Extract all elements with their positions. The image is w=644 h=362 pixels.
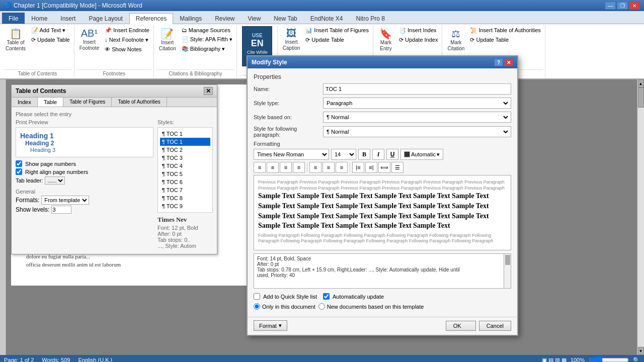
toc-style-toc4[interactable]: ¶ TOC 4 — [160, 162, 210, 170]
add-quick-style-checkbox[interactable] — [254, 293, 260, 300]
update-table-captions-button[interactable]: ⟳ Update Table — [303, 36, 371, 44]
update-index-button[interactable]: ⟳ Update Index — [397, 36, 440, 44]
toc-style-toc7[interactable]: ¶ TOC 7 — [160, 186, 210, 194]
tab-new-tab[interactable]: New Tab — [267, 13, 303, 24]
toc-tab-authorities[interactable]: Table of Authorities — [112, 98, 167, 107]
status-bar-right: ▣ ▤ ▥ ▦ 100% 🔍 — [542, 356, 640, 362]
font-name-select[interactable]: Times New Roman — [254, 149, 329, 160]
scroll-up-button[interactable]: ▲ — [638, 79, 644, 87]
tab-mailings[interactable]: Mailings — [173, 13, 208, 24]
style-info-scroll-thumb[interactable] — [505, 255, 510, 265]
align-justify-button[interactable]: ≡ — [293, 162, 305, 173]
style-following-dropdown[interactable]: ¶ Normal — [325, 128, 510, 135]
preview-heading1: Heading 1 — [20, 132, 149, 140]
ok-button[interactable]: OK — [446, 321, 476, 331]
scroll-down-button[interactable]: ▼ — [638, 347, 644, 355]
dialog-close-button[interactable]: ✕ — [504, 58, 513, 66]
vertical-scrollbar[interactable]: ▲ ▼ — [637, 79, 644, 355]
style-selector[interactable]: 📄 Style: APA Fifth ▾ — [180, 35, 234, 44]
cancel-button[interactable]: Cancel — [479, 321, 511, 331]
tab-view[interactable]: View — [242, 13, 268, 24]
bold-button[interactable]: B — [358, 149, 370, 160]
toc-style-toc2[interactable]: ¶ TOC 2 — [160, 146, 210, 154]
toc-tab-figures[interactable]: Table of Figures — [63, 98, 112, 107]
mark-entry-button[interactable]: 🔖 MarkEntry — [376, 26, 396, 53]
underline-button[interactable]: U — [386, 149, 398, 160]
toc-tab-table[interactable]: Table — [38, 98, 63, 107]
formats-select[interactable]: From template — [41, 196, 89, 205]
only-this-doc-radio[interactable] — [254, 303, 260, 310]
decrease-indent-button[interactable]: |≡ — [352, 162, 364, 173]
list-button[interactable]: ☰ — [391, 162, 404, 173]
auto-update-checkbox[interactable] — [323, 293, 330, 300]
close-window-button[interactable]: ✕ — [629, 2, 640, 10]
toc-style-toc3[interactable]: ¶ TOC 3 — [160, 154, 210, 162]
insert-table-figures-button[interactable]: 📊 Insert Table of Figures — [303, 26, 371, 35]
line-spacing-3-button[interactable]: ≡ — [336, 162, 348, 173]
toc-style-toc8[interactable]: ¶ TOC 8 — [160, 194, 210, 202]
minimize-button[interactable]: — — [605, 2, 616, 10]
align-right-button[interactable]: ≡ — [280, 162, 292, 173]
align-center-button[interactable]: ≡ — [267, 162, 279, 173]
insert-index-button[interactable]: 📑 Insert Index — [397, 26, 440, 35]
dialog-help-button[interactable]: ? — [494, 58, 503, 66]
toc-style-toc1-selected[interactable]: ¶ TOC 1 — [160, 138, 210, 146]
style-based-on-select[interactable]: ¶ Normal — [323, 112, 511, 123]
zoom-in-icon[interactable]: 🔍 — [633, 357, 640, 363]
style-based-on-dropdown[interactable]: ¶ Normal — [325, 114, 510, 121]
style-type-select[interactable]: Paragraph — [323, 98, 511, 109]
tab-file[interactable]: File — [2, 13, 25, 24]
line-spacing-1-button[interactable]: ≡ — [309, 162, 321, 173]
next-footnote-button[interactable]: ↓ Next Footnote ▾ — [103, 36, 151, 44]
toc-panel-close-button[interactable]: ✕ — [204, 87, 213, 95]
footnote-sub-buttons: 📌 Insert Endnote ↓ Next Footnote ▾ 👁 Sho… — [103, 26, 151, 53]
tab-insert[interactable]: Insert — [54, 13, 82, 24]
toc-style-toc1-unselected[interactable]: ¶ TOC 1 — [160, 130, 210, 138]
new-docs-radio[interactable] — [318, 303, 325, 310]
color-picker-button[interactable]: Automatic ▾ — [400, 149, 443, 160]
bibliography-button[interactable]: 📚 Bibliography ▾ — [180, 45, 234, 53]
zoom-slider[interactable] — [589, 356, 629, 362]
tab-leader-select[interactable]: ...... — [45, 176, 65, 185]
style-type-dropdown[interactable]: Paragraph — [325, 100, 510, 107]
title-bar-left: 🔵 Chapter 1 [Compatibility Mode] - Micro… — [4, 2, 142, 9]
style-info-scrollbar[interactable] — [504, 254, 511, 288]
show-notes-button[interactable]: 👁 Show Notes — [103, 45, 151, 53]
style-following-select[interactable]: ¶ Normal — [323, 126, 511, 137]
show-page-numbers-checkbox[interactable] — [16, 160, 22, 167]
toc-style-toc9[interactable]: ¶ TOC 9 — [160, 202, 210, 210]
font-size-select[interactable]: 14 — [331, 149, 356, 160]
toc-style-toc5[interactable]: ¶ TOC 5 — [160, 170, 210, 178]
insert-citation-button[interactable]: 📝 InsertCitation — [156, 26, 179, 53]
tab-references[interactable]: References — [129, 13, 173, 24]
tab-nitro[interactable]: Nitro Pro 8 — [350, 13, 391, 24]
update-table-button[interactable]: ⟳ Update Table — [29, 36, 72, 44]
toc-tab-index[interactable]: Index — [12, 98, 38, 107]
indent-adjust-button[interactable]: ⟺ — [378, 162, 390, 173]
name-input[interactable] — [323, 83, 511, 95]
format-dropdown-button[interactable]: Format ▾ — [254, 320, 287, 331]
mark-citation-button[interactable]: ⚖ MarkCitation — [445, 26, 467, 53]
tab-review[interactable]: Review — [208, 13, 241, 24]
align-left-button[interactable]: ≡ — [254, 162, 266, 173]
toc-style-toc6[interactable]: ¶ TOC 6 — [160, 178, 210, 186]
table-of-contents-button[interactable]: 📋 Table ofContents — [3, 26, 28, 53]
update-table-auth-button[interactable]: ⟳ Update Table — [468, 36, 542, 44]
tab-endnote[interactable]: EndNote X4 — [304, 13, 350, 24]
italic-button[interactable]: I — [372, 149, 384, 160]
insert-table-authorities-button[interactable]: 📜 Insert Table of Authorities — [468, 26, 542, 35]
manage-sources-button[interactable]: 🗂 Manage Sources — [180, 26, 234, 34]
insert-endnote-button[interactable]: 📌 Insert Endnote — [103, 26, 151, 35]
right-align-checkbox[interactable] — [16, 168, 22, 175]
only-this-doc-option: Only in this document — [254, 303, 315, 310]
line-spacing-2-button[interactable]: ≡ — [323, 162, 335, 173]
show-levels-input[interactable] — [51, 206, 71, 214]
maximize-button[interactable]: ❐ — [617, 2, 628, 10]
scroll-thumb[interactable] — [638, 87, 644, 108]
increase-indent-button[interactable]: ≡| — [365, 162, 377, 173]
tab-home[interactable]: Home — [25, 13, 54, 24]
insert-footnote-button[interactable]: AB¹ InsertFootnote — [77, 26, 102, 53]
add-text-button[interactable]: 📝 Add Text ▾ — [29, 26, 72, 35]
tab-page-layout[interactable]: Page Layout — [82, 13, 129, 24]
insert-caption-button[interactable]: 🖼 InsertCaption — [280, 26, 302, 53]
